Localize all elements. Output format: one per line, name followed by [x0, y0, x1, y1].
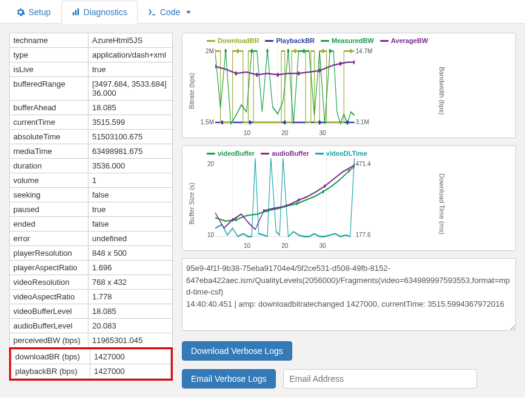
- bitrate-chart-xticks: 10 20 30: [215, 130, 355, 136]
- svg-point-26: [221, 120, 223, 124]
- svg-point-19: [303, 49, 305, 53]
- svg-point-36: [267, 209, 269, 213]
- diag-value: 3536.000: [89, 159, 173, 173]
- svg-point-30: [346, 120, 348, 124]
- table-row: downloadBR (bps)1427000: [12, 350, 171, 364]
- tab-setup[interactable]: Setup: [6, 1, 61, 24]
- table-row: videoResolution768 x 432: [10, 275, 173, 290]
- diag-value: 1427000: [90, 364, 171, 379]
- table-row: endedfalse: [10, 217, 173, 232]
- svg-point-24: [322, 49, 324, 53]
- diag-value: false: [89, 217, 173, 232]
- diag-value: 1.778: [89, 290, 173, 304]
- bitrate-chart-ylabel-right: Bandwidth (bps): [373, 45, 512, 136]
- legend-swatch: [265, 40, 273, 42]
- diag-key: volume: [10, 173, 89, 188]
- bitrate-chart: DownloadBRPlaybackBRMeasuredBWAverageBW …: [182, 33, 516, 138]
- email-field[interactable]: [283, 369, 477, 388]
- svg-point-37: [296, 202, 298, 205]
- buffer-chart-yticks-right: 471.4 177.6: [355, 158, 373, 249]
- buffer-chart-legend: videoBufferaudioBuffervideoDLTime: [207, 150, 512, 157]
- tab-bar: Setup Diagnostics Code: [0, 0, 525, 24]
- svg-point-39: [348, 169, 350, 173]
- chevron-down-icon: [186, 11, 191, 14]
- table-row: videoAspectRatio1.778: [10, 290, 173, 304]
- legend-label: videoBuffer: [218, 150, 255, 157]
- svg-point-43: [324, 184, 326, 188]
- svg-point-38: [322, 190, 324, 194]
- svg-point-12: [318, 68, 320, 73]
- diag-value: 63498981.675: [89, 144, 173, 159]
- diag-key: type: [10, 48, 89, 62]
- buffer-chart-ylabel-left: Buffer Size (s): [186, 158, 197, 249]
- diag-key: bufferAhead: [10, 101, 89, 115]
- diag-key: playerAspectRatio: [10, 261, 89, 275]
- table-row: perceivedBW (bps)11965301.045: [10, 333, 173, 348]
- svg-point-40: [232, 218, 233, 222]
- buffer-chart-ylabel-right: Download Time (ms): [373, 158, 512, 249]
- legend-swatch: [315, 153, 324, 155]
- table-row: bufferAhead18.085: [10, 101, 173, 115]
- diag-key: ended: [10, 217, 89, 232]
- diag-key: paused: [10, 202, 89, 217]
- svg-point-27: [249, 120, 251, 124]
- diag-value: 848 x 500: [89, 246, 173, 261]
- table-row: duration3536.000: [10, 159, 173, 173]
- svg-point-23: [294, 49, 296, 53]
- legend-item: DownloadBR: [207, 37, 259, 44]
- tab-diagnostics[interactable]: Diagnostics: [61, 1, 138, 24]
- legend-swatch: [207, 40, 215, 42]
- diag-value: true: [89, 202, 173, 217]
- svg-point-22: [237, 49, 239, 53]
- diag-key: techname: [10, 33, 89, 48]
- buffer-chart-plot: [215, 158, 355, 249]
- diag-value: 11965301.045: [89, 333, 173, 348]
- legend-item: AverageBW: [380, 37, 428, 44]
- svg-point-21: [215, 49, 216, 53]
- legend-item: audioBuffer: [261, 150, 309, 157]
- diag-value: AzureHtml5JS: [89, 33, 173, 48]
- buffer-chart-yticks-left: 20 10: [197, 158, 215, 249]
- diag-key: perceivedBW (bps): [10, 333, 89, 348]
- diag-key: videoResolution: [10, 275, 89, 290]
- diag-value: 768 x 432: [89, 275, 173, 290]
- svg-rect-2: [77, 8, 79, 15]
- diag-key: audioBufferLevel: [10, 319, 89, 333]
- svg-point-18: [287, 49, 289, 53]
- svg-point-8: [235, 72, 237, 76]
- legend-label: MeasuredBW: [332, 37, 374, 44]
- diag-value: false: [89, 188, 173, 202]
- table-row: errorundefined: [10, 232, 173, 246]
- svg-point-35: [235, 218, 237, 222]
- svg-rect-1: [75, 10, 76, 16]
- svg-point-28: [284, 120, 286, 124]
- diag-key: playerResolution: [10, 246, 89, 261]
- svg-point-17: [266, 49, 268, 53]
- diag-key: playbackBR (bps): [12, 364, 90, 379]
- table-row: technameAzureHtml5JS: [10, 33, 173, 48]
- svg-point-15: [224, 49, 226, 53]
- svg-point-16: [251, 49, 253, 53]
- diag-key: mediaTime: [10, 144, 89, 159]
- table-row: isLivetrue: [10, 62, 173, 77]
- log-output[interactable]: [182, 258, 516, 331]
- bitrate-chart-yticks-left: 2M 1.5M: [197, 45, 215, 136]
- diag-key: seeking: [10, 188, 89, 202]
- diag-value: 18.085: [89, 304, 173, 319]
- buffer-chart-xticks: 10 20 30: [215, 242, 355, 249]
- svg-point-10: [277, 73, 279, 77]
- table-row: currentTime3515.599: [10, 115, 173, 130]
- diag-value: 1427000: [90, 350, 171, 364]
- buffer-chart: videoBufferaudioBuffervideoDLTime Buffer…: [182, 145, 516, 251]
- legend-item: videoDLTime: [315, 150, 367, 157]
- email-logs-button[interactable]: Email Verbose Logs: [182, 369, 276, 388]
- tab-code[interactable]: Code: [138, 1, 201, 24]
- table-row: volume1: [10, 173, 173, 188]
- legend-swatch: [207, 153, 215, 155]
- download-logs-button[interactable]: Download Verbose Logs: [182, 341, 292, 361]
- svg-rect-0: [72, 12, 74, 15]
- tab-diagnostics-label: Diagnostics: [84, 7, 127, 17]
- svg-point-25: [350, 49, 352, 53]
- svg-point-29: [318, 120, 320, 124]
- highlighted-rows: downloadBR (bps)1427000playbackBR (bps)1…: [9, 347, 173, 381]
